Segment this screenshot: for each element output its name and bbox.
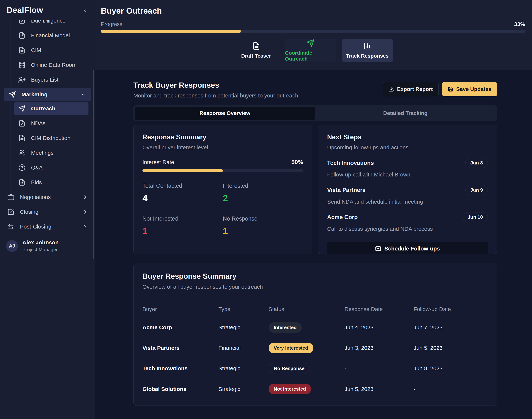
cell-type: Strategic <box>218 324 268 331</box>
interest-rate-value: 50% <box>291 159 303 166</box>
sidebar-item-closing[interactable]: Closing <box>0 205 95 219</box>
cell-response-date: Jun 4, 2023 <box>344 324 414 331</box>
sidebar-item-label: Marketing <box>21 91 48 98</box>
next-step-date-badge: Jun 10 <box>463 212 488 222</box>
table-row: Tech Innovations Strategic No Response -… <box>142 358 488 379</box>
interest-rate-bar-fill <box>142 169 223 172</box>
export-report-button[interactable]: Export Report <box>383 82 438 96</box>
sidebar-item-label: Financial Model <box>31 32 70 39</box>
sidebar-item-label: Closing <box>20 209 39 215</box>
sidebar-item-ndas[interactable]: NDAs <box>11 116 95 131</box>
next-step-item: Vista Partners Jun 9 Send NDA and schedu… <box>327 185 488 205</box>
sidebar-item-negotiations[interactable]: Negotiations <box>0 190 95 205</box>
next-step-item: Acme Corp Jun 10 Call to discuss synergi… <box>327 212 488 232</box>
sidebar-group-marketing: Outreach NDAs CIM Distribution Meetings … <box>11 102 95 190</box>
sidebar-item-financial-model[interactable]: Financial Model <box>11 28 95 43</box>
file-lines-icon <box>18 32 26 39</box>
sidebar-item-online-data-room[interactable]: Online Data Room <box>11 58 95 72</box>
sidebar-nav: Due Diligence Financial Model CIM Online… <box>0 20 95 234</box>
cell-response-date: Jun 3, 2023 <box>344 345 414 351</box>
cell-buyer: Acme Corp <box>142 324 218 331</box>
stat-value: 4 <box>142 193 223 204</box>
next-step-description: Call to discuss synergies and NDA proces… <box>327 226 488 232</box>
section-subtitle: Monitor and track responses from potenti… <box>133 92 298 99</box>
save-updates-button[interactable]: Save Updates <box>442 82 497 96</box>
sidebar-item-label: Outreach <box>31 105 55 112</box>
cell-type: Strategic <box>218 386 268 392</box>
column-header: Status <box>269 306 344 312</box>
card-subtitle: Upcoming follow-ups and actions <box>327 144 488 151</box>
briefcase-icon <box>7 194 14 201</box>
next-step-item: Tech Innovations Jun 8 Follow-up call wi… <box>327 158 488 178</box>
progress-value: 33% <box>514 21 525 27</box>
stat-value: 1 <box>223 226 303 236</box>
sidebar-item-marketing[interactable]: Marketing <box>4 88 91 101</box>
chevron-right-icon <box>82 224 88 229</box>
cell-followup-date: - <box>414 386 488 392</box>
response-summary-card: Response Summary Overall buyer interest … <box>133 125 312 254</box>
stat-total-contacted: Total Contacted 4 <box>142 183 223 204</box>
export-report-label: Export Report <box>397 86 433 92</box>
step-label: Coordinate Outreach <box>285 50 336 62</box>
download-icon <box>388 86 394 92</box>
send-icon <box>9 91 16 98</box>
sidebar-item-outreach[interactable]: Outreach <box>14 102 88 115</box>
check-square-icon <box>7 208 14 215</box>
sidebar: DealFlow Due Diligence Financial Model <box>0 0 95 419</box>
step-coordinate-outreach[interactable]: Coordinate Outreach <box>285 39 336 62</box>
sidebar-header: DealFlow <box>0 0 95 20</box>
next-step-company: Acme Corp <box>327 214 358 221</box>
sidebar-item-cim[interactable]: CIM <box>11 43 95 58</box>
tab-detailed-tracking[interactable]: Detailed Tracking <box>315 107 496 120</box>
cell-type: Financial <box>218 345 268 351</box>
sidebar-item-label: Online Data Room <box>31 62 77 68</box>
sidebar-collapse-button[interactable] <box>82 7 88 13</box>
sidebar-item-post-closing[interactable]: Post-Closing <box>0 219 95 234</box>
card-title: Next Steps <box>327 133 488 141</box>
sidebar-item-qa[interactable]: Q&A <box>11 160 95 175</box>
chevron-left-icon <box>82 7 88 13</box>
sidebar-item-due-diligence[interactable]: Due Diligence <box>11 20 95 28</box>
file-text-icon <box>18 47 26 54</box>
column-header: Buyer <box>142 306 218 312</box>
sidebar-item-label: Buyers List <box>31 77 58 83</box>
sidebar-item-meetings[interactable]: Meetings <box>11 145 95 160</box>
help-circle-icon <box>18 164 26 171</box>
sidebar-item-label: NDAs <box>31 120 45 126</box>
table-title: Buyer Response Summary <box>142 272 488 280</box>
cell-buyer: Tech Innovations <box>142 365 218 372</box>
column-header: Follow-up Date <box>414 306 488 312</box>
stat-interested: Interested 2 <box>223 183 303 204</box>
interest-rate-bar <box>142 169 303 172</box>
chevron-down-icon <box>81 92 86 97</box>
status-badge: Very Interested <box>269 343 313 353</box>
next-steps-card: Next Steps Upcoming follow-ups and actio… <box>318 125 497 254</box>
next-step-date-badge: Jun 9 <box>465 185 488 195</box>
tab-response-overview[interactable]: Response Overview <box>135 107 315 120</box>
clipboard-check-icon <box>18 20 26 24</box>
cell-response-date: - <box>344 365 414 372</box>
step-draft-teaser[interactable]: Draft Teaser <box>233 39 279 62</box>
table-row: Vista Partners Financial Very Interested… <box>142 338 488 358</box>
sidebar-item-buyers-list[interactable]: Buyers List <box>11 72 95 87</box>
buyer-table: Buyer Type Status Response Date Follow-u… <box>142 301 488 399</box>
progress-bar-fill <box>101 30 241 33</box>
sidebar-user[interactable]: AJ Alex Johnson Project Manager <box>0 234 95 258</box>
cell-buyer: Vista Partners <box>142 345 218 351</box>
table-subtitle: Overview of all buyer responses to your … <box>142 284 488 290</box>
cell-type: Strategic <box>218 365 268 372</box>
table-row: Acme Corp Strategic Interested Jun 4, 20… <box>142 317 488 338</box>
step-track-responses[interactable]: Track Responses <box>342 39 393 62</box>
cell-response-date: Jun 5, 2023 <box>344 386 414 392</box>
cell-buyer: Global Solutions <box>142 386 218 392</box>
schedule-followups-label: Schedule Follow-ups <box>384 246 440 252</box>
sidebar-scrollbar[interactable] <box>93 70 94 259</box>
sidebar-item-cim-distribution[interactable]: CIM Distribution <box>11 131 95 145</box>
arrows-swap-icon <box>7 223 14 230</box>
schedule-followups-button[interactable]: Schedule Follow-ups <box>327 242 488 254</box>
sidebar-item-bids[interactable]: Bids <box>11 175 95 190</box>
user-role: Project Manager <box>22 247 59 252</box>
sidebar-item-label: Due Diligence <box>31 20 66 24</box>
users-icon <box>18 149 26 156</box>
cell-followup-date: Jun 8, 2023 <box>414 365 488 372</box>
